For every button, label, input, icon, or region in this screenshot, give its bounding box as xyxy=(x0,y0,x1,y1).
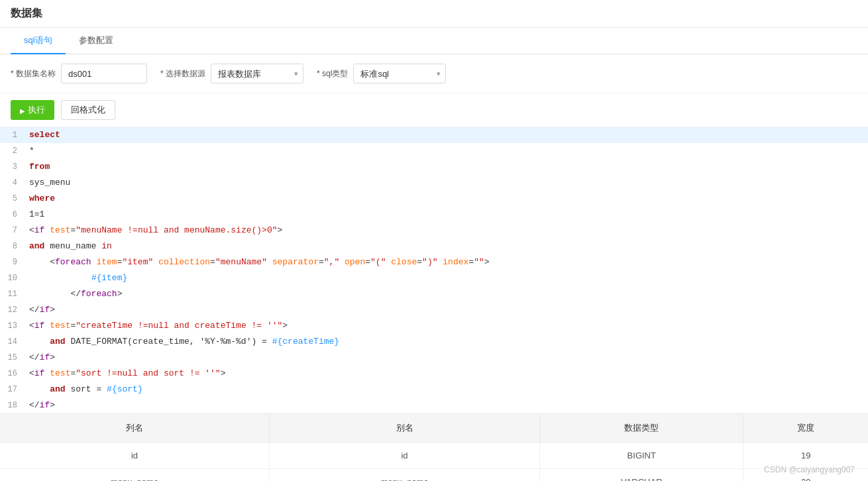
line-content: </foreach> xyxy=(24,286,868,302)
line-number: 10 xyxy=(0,270,24,286)
line-content: </if> xyxy=(24,350,868,366)
table-header-row: 列名别名数据类型宽度 xyxy=(0,414,868,443)
execute-button[interactable]: 执行 xyxy=(11,100,54,120)
results-table: 列名别名数据类型宽度 ididBIGINT19menu_namemenu_nam… xyxy=(0,414,868,481)
line-content: <foreach item="item" collection="menuNam… xyxy=(24,254,868,270)
line-content: and sort = #{sort} xyxy=(24,382,868,398)
datasource-label: * 选择数据源 xyxy=(160,68,205,80)
code-line-12: 12</if> xyxy=(0,302,868,318)
line-content: * xyxy=(24,143,868,159)
table-cell-data_type: BIGINT xyxy=(540,443,743,469)
line-number: 4 xyxy=(0,175,24,190)
code-line-14: 14 and DATE_FORMAT(create_time, '%Y-%m-%… xyxy=(0,334,868,350)
table-header-width: 宽度 xyxy=(743,414,868,443)
line-number: 1 xyxy=(0,127,24,142)
sql-type-select-wrapper: 标准sql xyxy=(353,64,446,83)
code-editor[interactable]: 1select2*3from4sys_menu5where61=17<if te… xyxy=(0,127,868,414)
table-header-data_type: 数据类型 xyxy=(540,414,743,443)
datasource-select[interactable]: 报表数据库 xyxy=(211,64,303,83)
line-number: 13 xyxy=(0,318,24,333)
tab-params[interactable]: 参数配置 xyxy=(66,28,127,54)
table-header-alias: 别名 xyxy=(270,414,540,443)
line-number: 8 xyxy=(0,239,24,254)
line-number: 12 xyxy=(0,302,24,317)
code-line-11: 11 </foreach> xyxy=(0,286,868,302)
code-line-18: 18</if> xyxy=(0,398,868,413)
code-line-5: 5where xyxy=(0,191,868,207)
line-number: 15 xyxy=(0,350,24,365)
line-number: 7 xyxy=(0,223,24,238)
sql-type-select[interactable]: 标准sql xyxy=(353,64,446,83)
dataset-name-field: * 数据集名称 xyxy=(11,64,147,83)
line-number: 16 xyxy=(0,366,24,381)
play-icon xyxy=(20,105,25,115)
line-number: 5 xyxy=(0,191,24,206)
table-cell-data_type: VARCHAR xyxy=(540,469,743,482)
dataset-name-input[interactable] xyxy=(61,64,147,83)
line-content: <if test="createTime !=null and createTi… xyxy=(24,318,868,334)
execute-label: 执行 xyxy=(28,104,45,116)
table-cell-width: 20 xyxy=(743,469,868,482)
tab-sql[interactable]: sql语句 xyxy=(11,28,66,54)
line-content: #{item} xyxy=(24,270,868,286)
line-number: 18 xyxy=(0,398,24,413)
code-line-13: 13<if test="createTime !=null and create… xyxy=(0,318,868,334)
sql-type-label: * sql类型 xyxy=(317,68,348,80)
table-cell-col_name: id xyxy=(0,443,270,469)
table-header-col_name: 列名 xyxy=(0,414,270,443)
code-line-1: 1select xyxy=(0,127,868,143)
code-line-3: 3from xyxy=(0,159,868,175)
line-number: 9 xyxy=(0,254,24,270)
table-cell-col_name: menu_name xyxy=(0,469,270,482)
line-content: from xyxy=(24,159,868,175)
format-button[interactable]: 回格式化 xyxy=(61,100,115,120)
line-content: and menu_name in xyxy=(24,239,868,254)
code-line-9: 9 <foreach item="item" collection="menuN… xyxy=(0,254,868,270)
page-title: 数据集 xyxy=(0,0,868,28)
dataset-name-label: * 数据集名称 xyxy=(11,68,56,80)
code-line-4: 4sys_menu xyxy=(0,175,868,191)
code-line-15: 15</if> xyxy=(0,350,868,366)
table-cell-alias: id xyxy=(270,443,540,469)
datasource-field: * 选择数据源 报表数据库 xyxy=(160,64,303,83)
table-cell-alias: menu_name xyxy=(270,469,540,482)
line-number: 2 xyxy=(0,143,24,158)
tabs-bar: sql语句 参数配置 xyxy=(0,28,868,54)
toolbar-row: 执行 回格式化 xyxy=(0,93,868,127)
form-row: * 数据集名称 * 选择数据源 报表数据库 * sql类型 标准sql xyxy=(0,54,868,93)
code-line-16: 16<if test="sort !=null and sort != ''"> xyxy=(0,366,868,382)
line-number: 3 xyxy=(0,159,24,174)
line-content: <if test="sort !=null and sort != ''"> xyxy=(24,366,868,382)
line-content: and DATE_FORMAT(create_time, '%Y-%m-%d')… xyxy=(24,334,868,350)
code-line-10: 10 #{item} xyxy=(0,270,868,286)
line-number: 11 xyxy=(0,286,24,301)
table-row: menu_namemenu_nameVARCHAR20 xyxy=(0,469,868,482)
line-number: 17 xyxy=(0,382,24,397)
line-content: 1=1 xyxy=(24,207,868,223)
line-content: where xyxy=(24,191,868,207)
line-number: 6 xyxy=(0,207,24,222)
line-content: </if> xyxy=(24,398,868,413)
line-content: <if test="menuName !=null and menuName.s… xyxy=(24,223,868,239)
code-line-6: 61=1 xyxy=(0,207,868,223)
code-line-17: 17 and sort = #{sort} xyxy=(0,382,868,398)
sql-type-field: * sql类型 标准sql xyxy=(317,64,446,83)
code-line-2: 2* xyxy=(0,143,868,159)
code-line-7: 7<if test="menuName !=null and menuName.… xyxy=(0,223,868,239)
table-cell-width: 19 xyxy=(743,443,868,469)
datasource-select-wrapper: 报表数据库 xyxy=(211,64,303,83)
table-row: ididBIGINT19 xyxy=(0,443,868,469)
line-number: 14 xyxy=(0,334,24,349)
code-line-8: 8and menu_name in xyxy=(0,239,868,254)
line-content: sys_menu xyxy=(24,175,868,191)
line-content: </if> xyxy=(24,302,868,318)
line-content: select xyxy=(24,127,868,143)
